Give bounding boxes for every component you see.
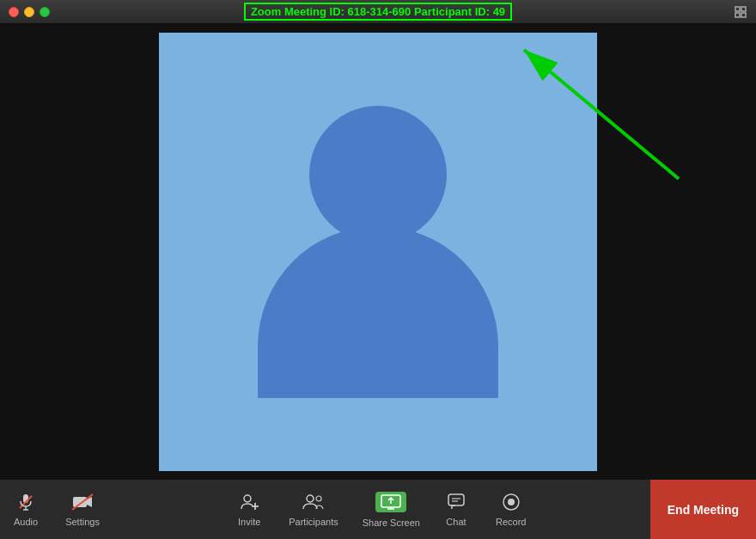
svg-point-18 — [316, 496, 321, 501]
participants-button[interactable]: Participants — [275, 487, 351, 532]
toolbar-center: Invite Participants — [113, 487, 650, 533]
end-meeting-button[interactable]: End Meeting — [650, 480, 756, 540]
camera-muted-icon — [71, 493, 94, 514]
avatar-figure — [258, 106, 498, 398]
traffic-lights — [9, 7, 50, 17]
avatar-body — [258, 226, 498, 398]
participants-icon — [302, 493, 326, 514]
invite-label: Invite — [238, 517, 260, 527]
minimize-button[interactable] — [24, 7, 34, 17]
record-icon — [502, 493, 521, 514]
chat-label: Chat — [446, 517, 466, 527]
audio-label: Audio — [14, 517, 38, 527]
svg-point-14 — [244, 495, 251, 502]
share-screen-label: Share Screen — [363, 518, 420, 528]
avatar-head — [309, 106, 447, 243]
settings-label: Settings — [65, 517, 100, 527]
record-button[interactable]: Record — [482, 487, 540, 532]
title-bar: Zoom Meeting ID: 618-314-690 Participant… — [0, 0, 756, 24]
participants-label: Participants — [289, 517, 338, 527]
invite-icon — [240, 493, 259, 514]
maximize-button[interactable] — [40, 7, 50, 17]
share-screen-icon — [375, 492, 406, 512]
svg-rect-11 — [73, 497, 87, 507]
invite-button[interactable]: Invite — [223, 487, 275, 532]
svg-rect-3 — [741, 13, 746, 17]
participant-avatar — [159, 33, 597, 471]
record-label: Record — [496, 517, 526, 527]
meeting-id-display: Zoom Meeting ID: 618-314-690 Participant… — [244, 3, 512, 21]
svg-rect-23 — [448, 494, 464, 505]
svg-rect-1 — [741, 7, 746, 11]
chat-button[interactable]: Chat — [430, 487, 482, 532]
fullscreen-button[interactable] — [732, 3, 749, 21]
microphone-muted-icon — [16, 493, 35, 514]
toolbar: Audio Settings — [0, 479, 756, 539]
toolbar-left: Audio Settings — [0, 487, 113, 532]
svg-rect-0 — [735, 7, 740, 11]
audio-button[interactable]: Audio — [0, 487, 52, 532]
svg-point-27 — [508, 499, 515, 505]
main-video-area — [0, 24, 756, 479]
close-button[interactable] — [9, 7, 19, 17]
share-screen-button[interactable]: Share Screen — [352, 487, 430, 533]
svg-point-17 — [307, 495, 314, 502]
settings-button[interactable]: Settings — [52, 487, 113, 532]
chat-icon — [447, 493, 466, 514]
svg-rect-2 — [735, 13, 740, 17]
